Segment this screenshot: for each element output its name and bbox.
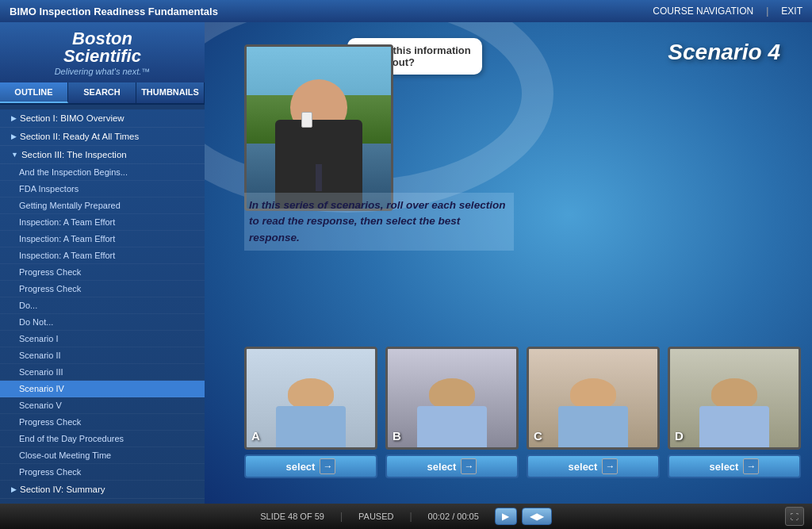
main-person-img bbox=[244, 44, 393, 211]
item-fda-inspectors[interactable]: FDA Inspectors bbox=[0, 181, 205, 197]
shirt-b bbox=[417, 406, 486, 447]
option-card-c: C select → bbox=[527, 347, 660, 478]
select-label-b: select bbox=[427, 461, 457, 473]
badge bbox=[301, 112, 312, 128]
time-info: 00:02 / 00:05 bbox=[428, 512, 479, 521]
scenario-title: Scenario 4 bbox=[668, 40, 780, 65]
separator-2: | bbox=[409, 511, 412, 522]
select-label-d: select bbox=[710, 461, 739, 473]
option-photo-d: D bbox=[668, 347, 801, 450]
figure-d bbox=[695, 378, 772, 447]
option-card-a: A select → bbox=[244, 347, 377, 478]
item-end-day[interactable]: End of the Day Procedures bbox=[0, 431, 205, 447]
item-team-effort-3[interactable]: Inspection: A Team Effort bbox=[0, 247, 205, 264]
section-label: Section II: Ready At All Times bbox=[20, 132, 139, 141]
head-d bbox=[711, 378, 757, 409]
item-team-effort-1[interactable]: Inspection: A Team Effort bbox=[0, 214, 205, 231]
option-photo-c: C bbox=[527, 347, 660, 450]
rewind-button[interactable]: ◀▶ bbox=[522, 508, 552, 525]
app-title: BIMO Inspection Readiness Fundamentals bbox=[10, 6, 218, 17]
playback-controls: ▶ ◀▶ bbox=[495, 508, 552, 525]
option-person-b bbox=[388, 349, 516, 447]
option-card-b: B select → bbox=[385, 347, 519, 478]
options-row: A select → B bbox=[244, 347, 807, 478]
person-background bbox=[247, 47, 391, 209]
select-label-a: select bbox=[286, 461, 316, 473]
sidebar: Boston Scientific Delivering what's next… bbox=[0, 22, 205, 504]
select-arrow-d: → bbox=[743, 458, 759, 474]
select-button-d[interactable]: select → bbox=[668, 454, 801, 478]
person-tie bbox=[316, 164, 323, 191]
item-mentally-prepared[interactable]: Getting Mentally Prepared bbox=[0, 197, 205, 214]
arrow-icon: ▶ bbox=[11, 485, 17, 493]
top-nav: COURSE NAVIGATION | EXIT bbox=[653, 6, 802, 17]
head-b bbox=[429, 378, 475, 409]
option-photo-a: A bbox=[244, 347, 377, 450]
option-label-b: B bbox=[393, 429, 401, 443]
select-button-b[interactable]: select → bbox=[385, 454, 519, 478]
section-ready[interactable]: ▶ Section II: Ready At All Times bbox=[0, 128, 205, 146]
shirt-c bbox=[558, 406, 627, 447]
slide-info: SLIDE 48 OF 59 bbox=[260, 512, 324, 521]
option-person-c bbox=[529, 349, 657, 447]
outline-scroll[interactable]: ▶ Section I: BIMO Overview ▶ Section II:… bbox=[0, 105, 205, 504]
item-scenario-2[interactable]: Scenario II bbox=[0, 347, 205, 364]
top-bar: BIMO Inspection Readiness Fundamentals C… bbox=[0, 0, 812, 22]
separator-1: | bbox=[340, 511, 343, 522]
option-label-a: A bbox=[251, 429, 260, 443]
arrow-icon: ▼ bbox=[11, 151, 18, 159]
select-button-c[interactable]: select → bbox=[527, 454, 660, 478]
exit-link[interactable]: EXIT bbox=[781, 6, 802, 17]
status-label: PAUSED bbox=[358, 512, 393, 521]
item-do-not[interactable]: Do Not... bbox=[0, 314, 205, 331]
figure-a bbox=[272, 378, 349, 447]
figure-b bbox=[413, 378, 490, 447]
option-person-a bbox=[247, 349, 375, 447]
nav-divider: | bbox=[766, 6, 768, 17]
course-navigation-link[interactable]: COURSE NAVIGATION bbox=[653, 6, 753, 17]
item-do[interactable]: Do... bbox=[0, 297, 205, 314]
item-progress-check-1[interactable]: Progress Check bbox=[0, 264, 205, 281]
option-label-c: C bbox=[534, 429, 542, 443]
fullscreen-button[interactable]: ⛶ bbox=[785, 507, 804, 526]
item-progress-check-4[interactable]: Progress Check bbox=[0, 464, 205, 481]
section-bimo-overview[interactable]: ▶ Section I: BIMO Overview bbox=[0, 109, 205, 128]
item-inspection-begins[interactable]: And the Inspection Begins... bbox=[0, 164, 205, 181]
arrow-icon: ▶ bbox=[11, 132, 17, 140]
select-arrow-a: → bbox=[320, 458, 335, 474]
item-scenario-5[interactable]: Scenario V bbox=[0, 397, 205, 414]
head-a bbox=[288, 378, 334, 409]
tab-thumbnails[interactable]: THUMBNAILS bbox=[136, 82, 205, 103]
select-label-c: select bbox=[569, 461, 598, 473]
option-card-d: D select → bbox=[668, 347, 801, 478]
logo-area: Boston Scientific Delivering what's next… bbox=[0, 22, 205, 82]
arrow-icon: ▶ bbox=[11, 114, 17, 122]
select-button-a[interactable]: select → bbox=[244, 454, 377, 478]
select-arrow-c: → bbox=[602, 458, 618, 474]
section-label: Section I: BIMO Overview bbox=[20, 113, 124, 123]
figure-c bbox=[554, 378, 631, 447]
option-label-d: D bbox=[675, 429, 684, 443]
instruction-text: In this series of scenarios, roll over e… bbox=[244, 193, 514, 251]
content-area: Scenario 4 Why is this information white… bbox=[205, 22, 812, 504]
instruction-text-content: In this series of scenarios, roll over e… bbox=[249, 199, 505, 243]
option-photo-b: B bbox=[385, 347, 519, 450]
tab-outline[interactable]: OUTLINE bbox=[0, 82, 68, 103]
head-c bbox=[570, 378, 616, 409]
logo-scientific: Scientific bbox=[11, 48, 193, 65]
play-button[interactable]: ▶ bbox=[495, 508, 517, 525]
item-team-effort-2[interactable]: Inspection: A Team Effort bbox=[0, 231, 205, 247]
main-layout: Boston Scientific Delivering what's next… bbox=[0, 22, 812, 504]
section-inspection[interactable]: ▼ Section III: The Inspection bbox=[0, 146, 205, 164]
select-arrow-b: → bbox=[461, 458, 477, 474]
item-scenario-4[interactable]: Scenario IV bbox=[0, 381, 205, 397]
section-summary[interactable]: ▶ Section IV: Summary bbox=[0, 481, 205, 499]
bottom-bar: SLIDE 48 OF 59 | PAUSED | 00:02 / 00:05 … bbox=[0, 504, 812, 529]
item-scenario-3[interactable]: Scenario III bbox=[0, 364, 205, 381]
option-person-d bbox=[670, 349, 799, 447]
item-scenario-1[interactable]: Scenario I bbox=[0, 331, 205, 347]
item-progress-check-3[interactable]: Progress Check bbox=[0, 414, 205, 431]
item-closeout[interactable]: Close-out Meeting Time bbox=[0, 447, 205, 464]
item-progress-check-2[interactable]: Progress Check bbox=[0, 281, 205, 297]
tab-search[interactable]: SEARCH bbox=[68, 82, 136, 103]
